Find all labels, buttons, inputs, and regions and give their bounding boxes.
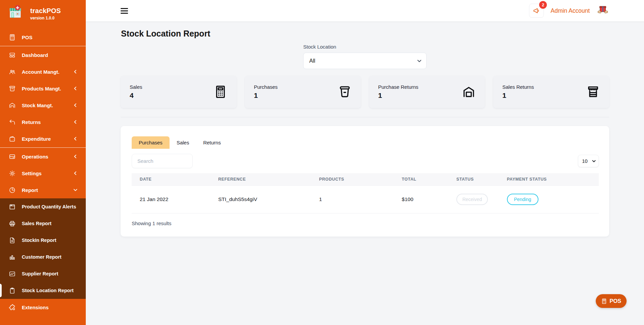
sidebar-item-label: StockIn Report bbox=[22, 238, 56, 243]
puzzle-icon bbox=[9, 304, 16, 311]
sidebar-divider bbox=[0, 147, 86, 148]
stat-value: 1 bbox=[378, 91, 418, 100]
stat-card-purchases: Purchases 1 bbox=[245, 76, 361, 108]
stat-value: 1 bbox=[502, 91, 534, 100]
page-title: Stock Location Report bbox=[121, 29, 609, 39]
column-header-total: TOTAL bbox=[394, 173, 448, 186]
chevron-down-icon bbox=[73, 188, 78, 192]
sidebar-item-settings[interactable]: Settings bbox=[0, 165, 86, 182]
sidebar-item-products-mangt[interactable]: Products Mangt. bbox=[0, 80, 86, 97]
sidebar-item-label: Stock Location Report bbox=[22, 288, 74, 293]
sidebar-nav: POS Dashboard Account Mangt. Products Ma… bbox=[0, 29, 86, 316]
sidebar-item-label: Operations bbox=[22, 154, 48, 159]
pos-floating-button[interactable]: POS bbox=[596, 294, 627, 308]
stat-label: Purchases bbox=[254, 84, 278, 90]
bar-chart-icon bbox=[9, 254, 16, 261]
sidebar-divider bbox=[0, 46, 86, 46]
table-header-row: DATE REFERENCE PRODUCTS TOTAL STATUS PAY… bbox=[132, 173, 599, 186]
warehouse-icon bbox=[462, 85, 476, 99]
payment-status-badge: Pending bbox=[507, 194, 538, 205]
document-icon bbox=[9, 237, 16, 244]
sidebar-item-expenditure[interactable]: Expenditure bbox=[0, 130, 86, 147]
warehouse-icon bbox=[9, 102, 16, 109]
archive-icon bbox=[9, 85, 16, 92]
pie-chart-icon bbox=[9, 187, 16, 194]
gear-icon bbox=[9, 170, 16, 177]
sidebar-item-label: Products Mangt. bbox=[22, 86, 61, 91]
sidebar-item-account-mangt[interactable]: Account Mangt. bbox=[0, 63, 86, 80]
wallet-icon bbox=[9, 135, 16, 142]
sidebar-item-label: Settings bbox=[22, 171, 42, 176]
storefront-icon bbox=[586, 85, 600, 99]
sidebar-item-report[interactable]: Report bbox=[0, 182, 86, 198]
chevron-left-icon bbox=[73, 103, 78, 108]
sidebar: trackPOS version 1.0.0 POS Dashboard Acc… bbox=[0, 0, 86, 325]
trend-chart-icon bbox=[9, 270, 16, 277]
brand-version: version 1.0.0 bbox=[30, 16, 61, 20]
sidebar-item-sales-report[interactable]: Sales Report bbox=[0, 215, 86, 232]
sidebar-item-stock-location-report[interactable]: Stock Location Report bbox=[0, 282, 86, 299]
search-input[interactable] bbox=[132, 154, 193, 168]
stock-location-select[interactable]: All bbox=[303, 53, 427, 69]
sidebar-item-label: POS bbox=[22, 35, 33, 40]
sidebar-item-dashboard[interactable]: Dashboard bbox=[0, 47, 86, 63]
chevron-left-icon bbox=[73, 69, 78, 74]
stat-value: 1 bbox=[254, 91, 278, 100]
stat-value: 4 bbox=[130, 91, 142, 100]
sidebar-item-label: Customer Report bbox=[22, 254, 61, 260]
stat-card-purchase-returns: Purchase Returns 1 bbox=[369, 76, 485, 108]
chevron-left-icon bbox=[73, 136, 78, 141]
notification-count-badge: 2 bbox=[539, 1, 547, 9]
stock-location-filter: Stock Location All bbox=[303, 44, 427, 69]
sidebar-item-stockin-report[interactable]: StockIn Report bbox=[0, 232, 86, 249]
archive-box-icon bbox=[9, 203, 16, 210]
stat-label: Sales Returns bbox=[502, 84, 534, 90]
clipboard-icon bbox=[9, 287, 16, 294]
cell-reference: STI_duhS5s4giV bbox=[210, 186, 311, 213]
hands-holding-box-avatar[interactable] bbox=[596, 4, 609, 17]
container-icon bbox=[338, 85, 352, 99]
column-header-reference: REFERENCE bbox=[210, 173, 311, 186]
cell-total: $100 bbox=[394, 186, 448, 213]
column-header-payment-status: PAYMENT STATUS bbox=[499, 173, 599, 186]
storefront-logo bbox=[7, 5, 25, 23]
notifications-button[interactable]: 2 bbox=[529, 4, 544, 18]
main-content: Stock Location Report Stock Location All… bbox=[86, 21, 644, 325]
sidebar-item-operations[interactable]: Operations bbox=[0, 148, 86, 165]
sidebar-item-customer-report[interactable]: Customer Report bbox=[0, 249, 86, 265]
sidebar-item-label: Account Mangt. bbox=[22, 69, 60, 75]
brand: trackPOS version 1.0.0 bbox=[0, 0, 86, 27]
tab-returns[interactable]: Returns bbox=[196, 136, 228, 149]
chevron-left-icon bbox=[73, 86, 78, 91]
tab-purchases[interactable]: Purchases bbox=[132, 136, 170, 149]
credit-card-icon bbox=[9, 153, 16, 160]
chevron-left-icon bbox=[73, 154, 78, 159]
megaphone-icon bbox=[533, 7, 540, 14]
dashboard-icon bbox=[9, 52, 16, 59]
stat-card-sales: Sales 4 bbox=[121, 76, 237, 108]
page-size-select[interactable]: 10 bbox=[578, 155, 599, 167]
report-submenu: Product Quantity Alerts Sales Report Sto… bbox=[0, 198, 86, 299]
chevron-left-icon bbox=[73, 171, 78, 176]
topbar: 2 Admin Account bbox=[86, 0, 644, 22]
pos-button-label: POS bbox=[609, 298, 621, 304]
sidebar-item-extensions[interactable]: Extensions bbox=[0, 299, 86, 316]
stat-label: Sales bbox=[130, 84, 142, 90]
table-row[interactable]: 21 Jan 2022 STI_duhS5s4giV 1 $100 Receiv… bbox=[132, 186, 599, 213]
sidebar-item-label: Product Quantity Alerts bbox=[22, 204, 76, 209]
hamburger-icon[interactable] bbox=[121, 8, 129, 14]
chevron-left-icon bbox=[73, 120, 78, 124]
stat-card-sales-returns: Sales Returns 1 bbox=[493, 76, 609, 108]
sidebar-item-stock-mangt[interactable]: Stock Mangt. bbox=[0, 97, 86, 114]
sidebar-item-label: Dashboard bbox=[22, 52, 48, 58]
sidebar-item-label: Returns bbox=[22, 119, 41, 125]
return-arrow-icon bbox=[9, 119, 16, 126]
sidebar-item-supplier-report[interactable]: Supplier Report bbox=[0, 265, 86, 282]
tab-sales[interactable]: Sales bbox=[170, 136, 196, 149]
sidebar-item-returns[interactable]: Returns bbox=[0, 114, 86, 130]
results-summary: Showing 1 results bbox=[132, 220, 599, 226]
sidebar-item-product-quantity-alerts[interactable]: Product Quantity Alerts bbox=[0, 198, 86, 215]
sidebar-item-pos[interactable]: POS bbox=[0, 29, 86, 46]
section-divider bbox=[121, 117, 609, 117]
account-label[interactable]: Admin Account bbox=[551, 7, 590, 14]
